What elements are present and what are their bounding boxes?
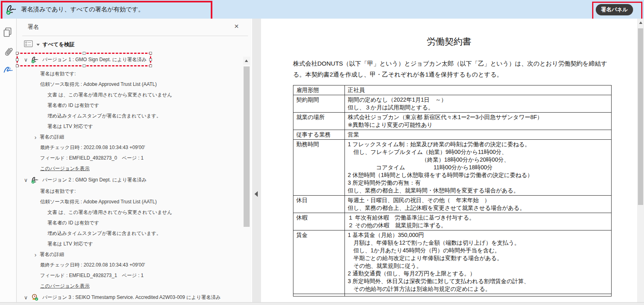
- signature-version-header[interactable]: ∨バージョン 3 : SEIKO Timestamp Service. Accr…: [17, 291, 244, 303]
- selection-handle: [149, 64, 152, 67]
- row-content: 期間の定めなし（2022年1月1日 ～）但し、３か月は試用期間とする。: [345, 95, 612, 113]
- page-thumbnails-icon[interactable]: [3, 27, 13, 39]
- row-content: 正社員: [345, 85, 612, 95]
- selection-handle: [16, 58, 19, 61]
- annotation-box-banner: [1, 1, 212, 20]
- row-content: 1 基本賃金（月給）350,000円 月額は、年俸額を12で割った金額（端数は切…: [345, 230, 612, 294]
- signature-details-toggle[interactable]: ›署名の詳細: [17, 249, 244, 260]
- selection-handle: [149, 52, 152, 55]
- signature-details-label: 署名の詳細: [40, 251, 64, 258]
- signature-version-list: ∨バージョン 1 : GMO Sign Dept. により署名済み署名は有効です…: [17, 52, 244, 303]
- signature-version-label: バージョン 3 : SEIKO Timestamp Service. Accre…: [43, 294, 221, 301]
- signature-details-label: 署名の詳細: [40, 134, 64, 141]
- contract-table: 雇用形態正社員契約期間期間の定めなし（2022年1月1日 ～）但し、３か月は試用…: [293, 85, 612, 296]
- view-version-link[interactable]: このバージョンを表示: [17, 163, 244, 174]
- row-label: 休暇: [293, 213, 345, 230]
- chevron-down-icon[interactable]: ∨: [24, 57, 28, 62]
- document-scrollbar-thumb[interactable]: [638, 28, 643, 205]
- validate-all-button[interactable]: すべてを検証: [43, 41, 75, 48]
- row-label: 就業の場所: [293, 113, 345, 130]
- panel-title: 署名: [28, 23, 39, 31]
- row-content: [345, 294, 612, 296]
- panel-scrollbar-thumb[interactable]: [244, 66, 250, 227]
- signature-status-line: 署名は LTV 対応です: [17, 121, 244, 132]
- signature-panel: 署名 × すべてを検証 ∨バージョン 1 : GMO Sign Dept. によ…: [17, 19, 251, 302]
- signature-status-line: 埋め込みタイムスタンプが署名に含まれています。: [17, 228, 244, 239]
- signature-version-label: バージョン 2 : GMO Sign Dept. により署名済み: [43, 177, 147, 183]
- table-row: 休暇１ 年次有給休暇 労働基準法に基づき付与する。２ その他の休暇 就業規則に準…: [293, 213, 612, 230]
- table-row: 契約期間期間の定めなし（2022年1月1日 ～）但し、３か月は試用期間とする。: [293, 95, 612, 113]
- signature-status-line: 信頼ソース取得元 : Adobe Approved Trust List (AA…: [17, 79, 244, 90]
- acrobat-window: 署名済みであり、すべての署名が有効です。 署名パネル: [0, 0, 644, 305]
- signature-status-line: 署名は有効です:: [17, 68, 244, 79]
- row-label: [293, 294, 345, 296]
- table-row: [293, 294, 612, 296]
- signature-status-line: 署名は LTV 対応です: [17, 239, 244, 249]
- signature-status-line: 署名は有効です:: [17, 186, 244, 196]
- chevron-down-icon[interactable]: [36, 44, 40, 46]
- row-content: １ 年次有給休暇 労働基準法に基づき付与する。２ その他の休暇 就業規則に準ずる…: [345, 213, 612, 230]
- row-label: 契約期間: [293, 95, 345, 113]
- signature-field-info: フィールド : EMFIELD_4928273_1 ページ : 1: [17, 270, 244, 281]
- row-label: 休日: [293, 196, 345, 213]
- signature-status-line: 文書 は、この署名が適用されてから変更されていません: [17, 207, 244, 218]
- table-row: 休日毎週土・日曜日、国民の祝日、その他（ 年末年始 ）但し、業務の都合上、上記休…: [293, 196, 612, 213]
- last-check-time: 最終チェック日時 : 2022.09.08 10:34:43 +09'00': [17, 142, 244, 153]
- left-toolbar: [0, 19, 17, 305]
- timestamp-icon: [31, 293, 40, 301]
- row-label: 雇用形態: [293, 85, 345, 95]
- attachments-icon[interactable]: [3, 45, 13, 58]
- selection-handle: [16, 52, 19, 55]
- signature-status-line: 署名者の ID は有効です: [17, 100, 244, 111]
- signature-version-label: バージョン 1 : GMO Sign Dept. により署名済み: [43, 56, 147, 63]
- chevron-down-icon[interactable]: ∨: [24, 177, 28, 183]
- table-row: 勤務時間1 フレックスタイム制：始業及び終業の時刻は労働者の決定に委ねる。 但し…: [293, 140, 612, 196]
- selection-handle: [83, 64, 86, 67]
- horizontal-scrollbar[interactable]: [0, 302, 644, 305]
- table-row: 雇用形態正社員: [293, 85, 612, 95]
- row-content: 毎週土・日曜日、国民の祝日、その他（ 年末年始 ）但し、業務の都合上、上記休暇を…: [345, 196, 612, 213]
- signature-details-toggle[interactable]: ›署名の詳細: [17, 132, 244, 142]
- row-label: 従事する業務: [293, 130, 345, 140]
- signature-version-header[interactable]: ∨バージョン 1 : GMO Sign Dept. により署名済み: [18, 54, 150, 65]
- chevron-right-icon[interactable]: ›: [34, 134, 36, 140]
- collapse-panel-arrow[interactable]: [255, 191, 258, 197]
- table-row: 就業の場所株式会社ジョブカン（東京都 新宿区代々木1ー2ー3小田急サザンタワー8…: [293, 113, 612, 130]
- last-check-time: 最終チェック日時 : 2022.09.08 10:34:43 +09'00': [17, 260, 244, 270]
- document-scrollbar[interactable]: [637, 19, 644, 305]
- selection-handle: [149, 58, 152, 61]
- signature-status-line: 信頼ソース取得元 : Adobe Approved Trust List (AA…: [17, 196, 244, 207]
- signature-status-line: 署名者の ID は有効です: [17, 218, 244, 228]
- selection-annotation-box: ∨バージョン 1 : GMO Sign Dept. により署名済み: [17, 53, 151, 66]
- table-row: 賃金1 基本賃金（月給）350,000円 月額は、年俸額を12で割った金額（端数…: [293, 230, 612, 294]
- document-title: 労働契約書: [261, 36, 637, 48]
- document-page: 労働契約書 株式会社DONUTS（以下「甲」という）とジョブカン太郎（以下「乙」…: [261, 19, 637, 302]
- signature-icon: [31, 55, 40, 64]
- panel-collapse-strip: [252, 19, 261, 305]
- panel-options-icon[interactable]: [24, 40, 34, 49]
- row-content: 株式会社ジョブカン（東京都 新宿区代々木1ー2ー3小田急サザンタワー8F）※異動…: [345, 113, 612, 130]
- selection-handle: [16, 64, 19, 67]
- divider: [22, 36, 248, 36]
- chevron-right-icon[interactable]: ›: [34, 252, 36, 258]
- signature-status-line: 埋め込みタイムスタンプが署名に含まれています。: [17, 111, 244, 121]
- row-label: 勤務時間: [293, 140, 345, 196]
- signatures-icon[interactable]: [3, 64, 13, 76]
- row-content: 1 フレックスタイム制：始業及び終業の時刻は労働者の決定に委ねる。 但し、フレキ…: [345, 140, 612, 196]
- scroll-up-button[interactable]: [243, 57, 250, 65]
- signature-version-header[interactable]: ∨バージョン 2 : GMO Sign Dept. により署名済み: [17, 174, 244, 186]
- table-row: 従事する業務営業: [293, 130, 612, 140]
- view-version-link[interactable]: このバージョンを表示: [17, 281, 244, 291]
- selection-handle: [83, 52, 86, 55]
- row-content: 営業: [345, 130, 612, 140]
- signature-status-line: 文書 は、この署名が適用されてから変更されていません: [17, 90, 244, 100]
- close-icon[interactable]: ×: [234, 22, 239, 31]
- panel-scrollbar[interactable]: [243, 57, 250, 302]
- signature-icon: [31, 176, 40, 184]
- document-intro: 株式会社DONUTS（以下「甲」という）とジョブカン太郎（以下「乙」という）は、…: [293, 58, 613, 80]
- row-label: 賃金: [293, 230, 345, 294]
- annotation-box-panel-button: [592, 2, 642, 20]
- scroll-up-button[interactable]: [637, 19, 644, 27]
- chevron-down-icon[interactable]: ∨: [24, 295, 28, 300]
- signature-field-info: フィールド : EMFIELD_4928273_0 ページ : 1: [17, 153, 244, 163]
